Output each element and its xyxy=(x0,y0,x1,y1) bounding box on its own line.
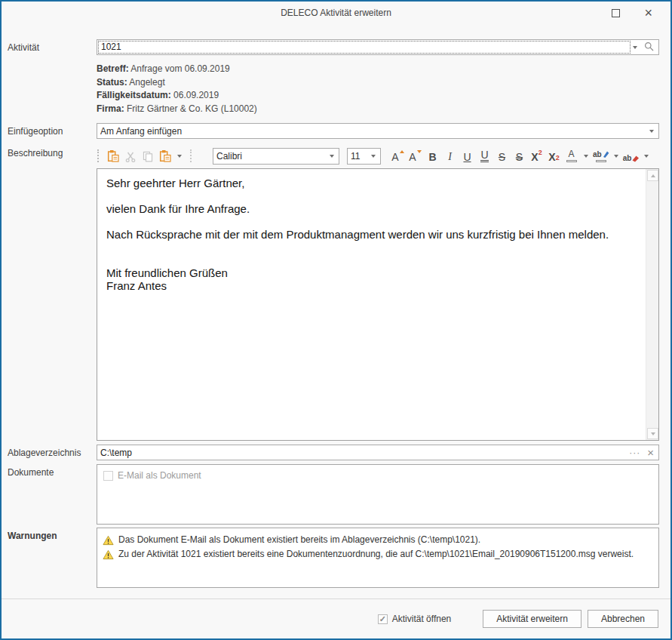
chevron-down-icon[interactable] xyxy=(371,155,376,158)
checkbox-checked-icon[interactable]: ✓ xyxy=(378,614,388,624)
toolbar-separator xyxy=(190,149,193,162)
chevron-down-icon[interactable] xyxy=(330,155,334,158)
search-icon[interactable] xyxy=(644,42,654,54)
chevron-down-icon[interactable] xyxy=(633,46,637,49)
clear-icon[interactable]: × xyxy=(647,448,654,457)
paste-special-icon[interactable] xyxy=(157,147,173,165)
highlight-dropdown[interactable] xyxy=(611,147,621,165)
einfuegeoption-label: Einfügeoption xyxy=(8,123,97,139)
warnungen-list: Das Dokument E-Mail als Dokument existie… xyxy=(97,528,659,588)
aktivitaet-lookup-field[interactable]: 1021 xyxy=(97,39,659,55)
cut-icon xyxy=(122,147,138,165)
abbrechen-button[interactable]: Abbrechen xyxy=(588,610,658,628)
email-als-dokument-option: E-Mail als Dokument xyxy=(103,470,652,481)
browse-icon[interactable]: ··· xyxy=(629,449,640,457)
aktivitaet-oeffnen-checkbox[interactable]: ✓ Aktivität öffnen xyxy=(378,614,452,624)
editor-text-content[interactable]: Sehr geehrter Herr Gärtner, vielen Dank … xyxy=(97,169,646,440)
beschreibung-editor[interactable]: Sehr geehrter Herr Gärtner, vielen Dank … xyxy=(97,168,659,441)
double-underline-button[interactable]: U xyxy=(477,147,492,165)
aktivitaet-erweitern-button[interactable]: Aktivität erweitern xyxy=(483,610,581,628)
italic-button[interactable]: I xyxy=(442,147,458,165)
toolbar-grip-handle[interactable] xyxy=(97,149,100,162)
scroll-up-icon[interactable] xyxy=(647,170,658,181)
text-marker-icon[interactable]: ab xyxy=(623,147,640,165)
warning-item: Zu der Aktivität 1021 existiert bereits … xyxy=(103,547,653,562)
underline-button[interactable]: U xyxy=(459,147,475,165)
info-faelligkeitsdatum: Fälligkeitsdatum: 06.09.2019 xyxy=(97,90,659,103)
paste-icon[interactable] xyxy=(105,147,121,165)
superscript-button[interactable]: X 2 xyxy=(529,147,545,165)
font-size-combo[interactable]: 11 xyxy=(347,148,381,165)
dokumente-label: Dokumente xyxy=(8,464,97,525)
info-betreff: Betreff: Anfrage vom 06.09.2019 xyxy=(97,63,659,77)
warning-icon xyxy=(103,549,114,560)
editor-scrollbar[interactable] xyxy=(646,169,658,440)
info-firma: Firma: Fritz Gärtner & Co. KG (L10002) xyxy=(97,103,659,117)
grow-font-button[interactable]: A xyxy=(390,147,406,165)
checkbox-icon xyxy=(103,471,113,481)
subscript-button[interactable]: X 2 xyxy=(546,147,562,165)
shrink-font-button[interactable]: A xyxy=(407,147,423,165)
info-status: Status: Angelegt xyxy=(97,77,659,91)
strikethrough-button[interactable]: S xyxy=(494,147,510,165)
chevron-down-icon[interactable] xyxy=(649,130,654,133)
copy-icon xyxy=(140,147,155,165)
aktivitaet-oeffnen-label: Aktivität öffnen xyxy=(392,614,452,624)
font-color-button[interactable]: A xyxy=(563,147,579,165)
ablageverzeichnis-input[interactable]: C:\temp ··· × xyxy=(97,445,659,460)
dokumente-list: E-Mail als Dokument xyxy=(97,464,659,525)
paste-options-dropdown[interactable] xyxy=(174,147,185,165)
einfuegeoption-select[interactable]: Am Anfang einfügen xyxy=(97,123,659,139)
maximize-icon[interactable] xyxy=(612,9,620,17)
ablageverzeichnis-label: Ablageverzeichnis xyxy=(8,445,97,460)
font-color-dropdown[interactable] xyxy=(581,147,591,165)
warning-item: Das Dokument E-Mail als Dokument existie… xyxy=(103,533,653,547)
aktivitaet-value[interactable]: 1021 xyxy=(99,42,630,53)
warnungen-label: Warnungen xyxy=(8,528,97,588)
highlight-icon[interactable]: ab xyxy=(593,147,609,165)
titlebar[interactable]: DELECO Aktivität erweitern × xyxy=(2,2,670,24)
close-icon[interactable]: × xyxy=(644,6,652,20)
scroll-down-icon[interactable] xyxy=(647,428,658,439)
font-name-combo[interactable]: Calibri xyxy=(213,148,339,165)
deleco-dialog: DELECO Aktivität erweitern × Aktivität 1… xyxy=(0,0,672,640)
bold-button[interactable]: B xyxy=(425,147,440,165)
text-marker-dropdown[interactable] xyxy=(641,147,652,165)
window-title: DELECO Aktivität erweitern xyxy=(2,2,670,24)
warning-icon xyxy=(103,535,114,546)
double-strikethrough-button[interactable]: S xyxy=(511,147,527,165)
beschreibung-label: Beschreibung xyxy=(8,145,97,441)
editor-toolbar: Calibri 11 A A B xyxy=(97,145,659,167)
footer-bar: ✓ Aktivität öffnen Aktivität erweitern A… xyxy=(2,598,670,638)
activity-info: Betreff: Anfrage vom 06.09.2019 Status: … xyxy=(97,63,659,116)
aktivitaet-label: Aktivität xyxy=(8,39,97,116)
